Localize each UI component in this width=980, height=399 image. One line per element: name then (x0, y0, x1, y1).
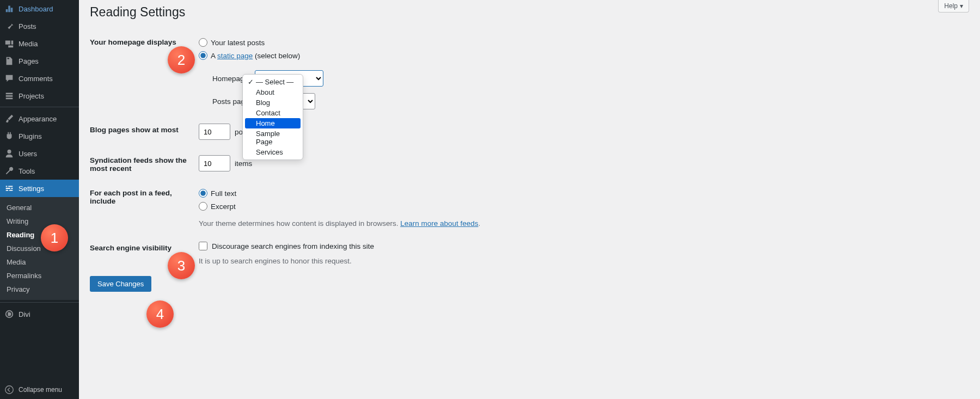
menu-separator (0, 300, 79, 303)
help-button[interactable]: Help ▾ (938, 0, 969, 13)
submenu-media[interactable]: Media (0, 255, 79, 269)
media-icon (4, 39, 14, 48)
dashboard-icon (4, 4, 14, 14)
settings-submenu: General Writing Reading Discussion Media… (0, 197, 79, 300)
collapse-menu[interactable]: Collapse menu (0, 380, 79, 399)
blog-pages-input[interactable] (199, 124, 230, 140)
radio-full-input[interactable] (199, 189, 207, 198)
sidebar-label: Projects (19, 92, 44, 100)
radio-full-text[interactable]: Full text (199, 187, 969, 200)
sidebar-label: Dashboard (19, 5, 53, 13)
select-option[interactable]: Blog (245, 97, 301, 108)
submenu-general[interactable]: General (0, 201, 79, 214)
plug-icon (4, 131, 14, 141)
static-page-link[interactable]: static page (217, 52, 253, 60)
sidebar-label: Plugins (19, 132, 42, 140)
wrench-icon (4, 166, 14, 176)
submenu-writing[interactable]: Writing (0, 214, 79, 228)
radio-excerpt-input[interactable] (199, 202, 207, 211)
sidebar-item-posts[interactable]: Posts (0, 17, 79, 35)
radio-static-page[interactable]: A static page (select below) (199, 49, 969, 62)
sidebar-item-plugins[interactable]: Plugins (0, 127, 79, 145)
discourage-checkbox[interactable] (199, 242, 207, 250)
blog-pages-label: Blog pages show at most (90, 120, 199, 140)
divi-icon (4, 309, 14, 319)
sidebar-item-divi[interactable]: Divi (0, 305, 79, 323)
help-label: Help (944, 2, 958, 10)
user-icon (4, 149, 14, 158)
discourage-label: Discourage search engines from indexing … (212, 242, 374, 250)
comments-icon (4, 73, 14, 83)
chevron-down-icon: ▾ (960, 2, 963, 10)
homepage-select-popup: — Select — About Blog Contact Home Sampl… (242, 74, 303, 160)
submenu-permalinks[interactable]: Permalinks (0, 269, 79, 283)
feed-note-prefix: Your theme determines how content is dis… (199, 219, 400, 228)
sidebar-label: Media (19, 40, 38, 48)
submenu-privacy[interactable]: Privacy (0, 283, 79, 296)
radio-latest-input[interactable] (199, 38, 207, 47)
pages-icon (4, 56, 14, 66)
submenu-discussion[interactable]: Discussion (0, 242, 79, 255)
sliders-icon (4, 183, 14, 193)
sidebar-item-media[interactable]: Media (0, 35, 79, 52)
admin-sidebar: Dashboard Posts Media Pages Comments Pro… (0, 0, 79, 399)
sidebar-item-dashboard[interactable]: Dashboard (0, 0, 79, 17)
radio-latest-label: Your latest posts (211, 39, 265, 47)
sidebar-item-comments[interactable]: Comments (0, 70, 79, 87)
radio-full-label: Full text (211, 189, 236, 198)
learn-more-feeds-link[interactable]: Learn more about feeds (400, 219, 478, 228)
content-area: Help ▾ Reading Settings Your homepage di… (79, 0, 980, 399)
homepage-displays-label: Your homepage displays (90, 33, 199, 109)
sidebar-label: Divi (19, 310, 30, 318)
pin-icon (4, 21, 14, 31)
menu-separator (0, 105, 79, 107)
sidebar-item-tools[interactable]: Tools (0, 162, 79, 180)
syndication-suffix: items (235, 159, 252, 168)
sidebar-item-users[interactable]: Users (0, 145, 79, 162)
select-option[interactable]: Services (245, 147, 301, 157)
svg-point-1 (5, 386, 13, 394)
syndication-input[interactable] (199, 155, 230, 171)
discourage-checkbox-row[interactable]: Discourage search engines from indexing … (199, 242, 969, 250)
brush-icon (4, 114, 14, 124)
select-option[interactable]: About (245, 87, 301, 97)
sidebar-label: Users (19, 150, 37, 158)
select-option[interactable]: Home (245, 118, 301, 128)
submenu-reading[interactable]: Reading (0, 228, 79, 242)
radio-static-prefix: A (211, 52, 217, 60)
sidebar-label: Tools (19, 167, 35, 175)
radio-excerpt-label: Excerpt (211, 202, 236, 211)
sidebar-label: Posts (19, 22, 36, 30)
sidebar-label: Comments (19, 75, 53, 83)
syndication-label: Syndication feeds show the most recent (90, 151, 199, 173)
radio-excerpt[interactable]: Excerpt (199, 200, 969, 213)
radio-static-suffix: (select below) (253, 52, 300, 60)
sidebar-label: Settings (19, 185, 44, 193)
feed-format-label: For each post in a feed, include (90, 183, 199, 228)
save-changes-button[interactable]: Save Changes (90, 276, 151, 292)
projects-icon (4, 91, 14, 101)
page-title: Reading Settings (90, 0, 969, 22)
sidebar-label: Appearance (19, 115, 57, 123)
feed-note-suffix: . (479, 219, 481, 228)
search-engine-note: It is up to search engines to honor this… (199, 257, 969, 265)
radio-latest-posts[interactable]: Your latest posts (199, 36, 969, 49)
sidebar-item-settings[interactable]: Settings (0, 180, 79, 197)
collapse-label: Collapse menu (19, 386, 62, 394)
sidebar-item-pages[interactable]: Pages (0, 52, 79, 70)
sidebar-item-appearance[interactable]: Appearance (0, 110, 79, 127)
radio-static-input[interactable] (199, 51, 207, 60)
collapse-icon (4, 385, 14, 395)
select-option[interactable]: Contact (245, 108, 301, 118)
search-engine-label: Search engine visibility (90, 238, 199, 265)
select-option[interactable]: — Select — (245, 77, 301, 87)
select-option[interactable]: Sample Page (245, 128, 301, 147)
sidebar-label: Pages (19, 57, 39, 65)
sidebar-item-projects[interactable]: Projects (0, 87, 79, 105)
